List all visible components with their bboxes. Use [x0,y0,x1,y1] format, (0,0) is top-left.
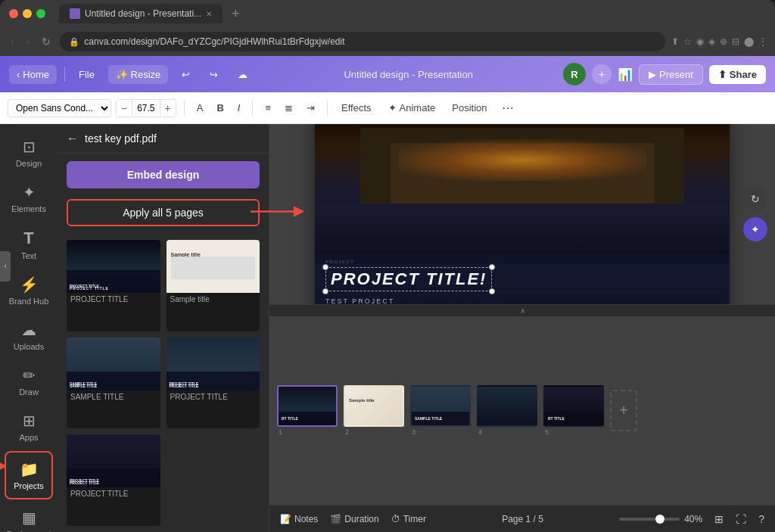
text-color-button[interactable]: A [192,99,208,117]
toolbar-right-section: R + 📊 ▶ Present ⬆ Share [563,63,766,86]
effects-button[interactable]: Effects [335,99,378,117]
sidebar-item-draw[interactable]: ✏ Draw [0,359,58,404]
animate-button[interactable]: ✦ Animate [382,99,442,117]
sidebar-item-background[interactable]: ▦ Background [0,501,58,532]
rotate-button[interactable]: ↻ [743,187,767,211]
filmstrip-thumb-1: RT TITLE [277,385,338,427]
handle-tr[interactable] [489,264,495,270]
new-tab-button[interactable]: + [232,6,240,22]
embed-design-button[interactable]: Embed design [67,161,260,188]
browser-tab[interactable]: Untitled design - Presentati... ✕ [59,4,223,23]
filmstrip-slide-5[interactable]: RT TITLE 5 [543,385,604,436]
maximize-traffic-light[interactable] [36,9,45,18]
filmstrip-collapse-button[interactable]: ∧ [269,304,775,316]
add-collaborator-button[interactable]: + [592,64,612,84]
filmstrip-slide-1[interactable]: RT TITLE 1 [277,385,338,436]
format-divider-3 [327,101,328,116]
sidebar-label-text: Text [21,251,36,260]
format-bar: Open Sans Cond... − 67.5 + A B I ≡ ≣ ⇥ E… [0,92,775,124]
browser-menu-icon[interactable]: ⋮ [758,36,767,47]
undo-button[interactable]: ↩ [176,66,196,83]
position-button[interactable]: Position [446,99,493,117]
apply-all-pages-button[interactable]: Apply all 5 pages [67,199,260,226]
browser-extension-4[interactable]: ⊟ [732,36,739,47]
browser-extension-1[interactable]: ◉ [696,36,704,47]
animate-label: Animate [400,102,436,114]
sidebar-item-projects[interactable]: 📁 Projects [5,451,53,499]
zoom-thumb[interactable] [655,515,665,524]
duration-button[interactable]: 🎬 Duration [330,514,378,524]
italic-button[interactable]: I [233,99,245,117]
timer-button[interactable]: ⏱ Timer [391,514,426,524]
fullscreen-button[interactable]: ⛶ [736,513,746,525]
sidebar-item-uploads[interactable]: ☁ Uploads [0,313,58,359]
slide-title-container[interactable]: PROJECT TITLE! [325,267,492,291]
sidebar-item-design[interactable]: ⊡ Design [0,130,58,176]
handle-tl[interactable] [322,264,328,270]
handle-bl[interactable] [322,288,328,294]
browser-extension-3[interactable]: ⊕ [720,36,727,47]
projects-icon: 📁 [20,460,39,478]
font-family-select[interactable]: Open Sans Cond... [8,99,111,117]
analytics-button[interactable]: 📊 [618,67,633,82]
background-icon: ▦ [22,509,36,527]
sidebar-label-uploads: Uploads [14,342,44,351]
align-button[interactable]: ≡ [260,99,275,117]
notes-button[interactable]: 📝 Notes [280,514,318,524]
share-page-icon[interactable]: ⬆ [671,36,679,47]
user-avatar[interactable]: R [563,63,586,86]
thumbnail-2[interactable]: Sample title Sample title [167,240,260,331]
thumbnail-1[interactable]: PROJECT TITLE PROJECT TITLE [67,240,160,331]
filmstrip-slide-2[interactable]: Sample title 2 [344,385,404,436]
share-button[interactable]: ⬆ Share [709,65,766,84]
minimize-traffic-light[interactable] [23,9,32,18]
font-size-increase[interactable]: + [160,100,176,117]
forward-button[interactable]: › [23,34,33,49]
browser-extension-5[interactable]: ⬤ [744,36,754,47]
filmstrip-slide-4[interactable]: 4 [477,385,537,436]
tab-title: Untitled design - Presentati... [85,8,201,19]
browser-extension-2[interactable]: ◈ [708,36,715,47]
filmstrip-slide-3[interactable]: SAMPLE TITLE 3 [410,385,471,436]
thumbnail-3[interactable]: SAMPLE TITLE SAMPLE TITLE [67,338,160,429]
zoom-value: 40% [684,514,702,524]
redo-button[interactable]: ↪ [204,66,224,83]
thumbnail-4[interactable]: PROJECT TITLE PROJECT TITLE [167,338,260,429]
canvas-area: PROJECT PROJECT TITLE! [269,124,775,532]
canvas-scroll[interactable]: PROJECT PROJECT TITLE! [269,124,775,304]
tab-close-btn[interactable]: ✕ [206,10,212,18]
help-button[interactable]: ? [758,513,764,525]
list-button[interactable]: ≣ [280,99,297,117]
home-button[interactable]: ‹ Home [9,65,57,84]
refresh-button[interactable]: ↻ [39,34,54,49]
add-slide-button[interactable]: + [610,390,637,431]
more-options-button[interactable]: ⋯ [497,98,518,118]
canvas-slide[interactable]: PROJECT PROJECT TITLE! [315,124,730,304]
traffic-lights [9,9,45,18]
panel-collapse-button[interactable]: ‹ [0,251,11,282]
close-traffic-light[interactable] [9,9,18,18]
font-size-value[interactable]: 67.5 [132,101,160,116]
indent-button[interactable]: ⇥ [302,99,319,117]
resize-button[interactable]: ✨ Resize [108,65,168,84]
sidebar-item-apps[interactable]: ⊞ Apps [0,404,58,450]
address-bar[interactable]: 🔒 canva.com/design/DAFo_dYZCgc/PIGjdHWlh… [60,32,665,51]
font-size-decrease[interactable]: − [117,100,132,117]
present-button[interactable]: ▶ Present [639,64,703,85]
arrow-annotation-projects [0,459,6,475]
browser-addressbar: ‹ › ↻ 🔒 canva.com/design/DAFo_dYZCgc/PIG… [0,27,775,56]
sidebar-item-elements[interactable]: ✦ Elements [0,176,58,221]
bookmark-icon[interactable]: ☆ [683,36,692,47]
cloud-save-button[interactable]: ☁ [232,66,254,83]
magic-button[interactable]: ✦ [743,217,767,241]
back-button[interactable]: ‹ [8,34,17,49]
file-button[interactable]: File [73,66,101,83]
slide-title-selection: PROJECT TITLE! [325,267,492,291]
zoom-slider[interactable] [619,518,680,521]
thumbnail-5[interactable]: PROJECT TITLE PROJECT TITLE [67,434,160,526]
panel-back-button[interactable]: ← [67,132,79,145]
grid-view-button[interactable]: ⊞ [714,513,724,525]
font-size-control: − 67.5 + [116,99,176,117]
filmstrip-thumb-2: Sample title [344,385,404,427]
bold-button[interactable]: B [212,99,228,117]
